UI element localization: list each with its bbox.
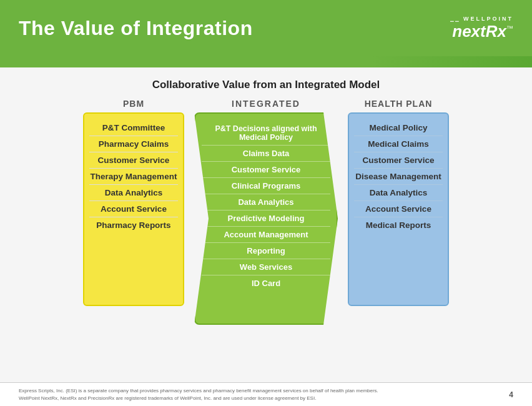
list-item: Pharmacy Claims <box>89 136 179 152</box>
pbm-label: PBM <box>123 99 144 109</box>
list-item: Reporting <box>202 243 330 259</box>
list-item: Customer Service <box>202 162 330 178</box>
health-plan-label: HEALTH PLAN <box>365 99 433 109</box>
logo-area: ⎯⎯ WELLPOINT nextRx™ <box>450 15 514 41</box>
list-item: Data Analytics <box>202 194 330 210</box>
list-item: Customer Service <box>354 152 442 169</box>
list-item: Predictive Modeling <box>202 210 330 227</box>
columns-wrapper: PBM P&T Committee Pharmacy Claims Custom… <box>19 99 513 376</box>
list-item: Disease Management <box>354 169 442 185</box>
slide-wrapper: The Value of Integration ⎯⎯ WELLPOINT ne… <box>0 0 532 406</box>
list-item: Pharmacy Reports <box>89 217 179 233</box>
header-accent <box>0 56 532 67</box>
nextrx-logo-text: nextRx™ <box>452 22 513 41</box>
list-item: Account Service <box>89 201 179 217</box>
list-item: P&T Committee <box>89 120 179 136</box>
integrated-section: INTEGRATED P&T Decisions aligned with Me… <box>194 99 338 325</box>
integrated-box: P&T Decisions aligned with Medical Polic… <box>194 112 338 325</box>
list-item: Claims Data <box>202 146 330 162</box>
pbm-section: PBM P&T Committee Pharmacy Claims Custom… <box>68 99 199 306</box>
list-item: Web Services <box>202 259 330 275</box>
list-item: Therapy Management <box>89 169 179 185</box>
diagram-title: Collaborative Value from an Integrated M… <box>19 79 513 91</box>
wellpoint-logo-text: ⎯⎯ WELLPOINT <box>450 15 514 22</box>
list-item: Clinical Programs <box>202 178 330 194</box>
slide-title: The Value of Integration <box>19 17 253 40</box>
integrated-label: INTEGRATED <box>232 99 300 109</box>
footer: Express Scripts, Inc. (ESI) is a separat… <box>0 382 532 406</box>
page-number: 4 <box>509 390 513 399</box>
header-bar: The Value of Integration ⎯⎯ WELLPOINT ne… <box>0 0 532 56</box>
list-item: Account Service <box>354 201 442 217</box>
list-item: Medical Reports <box>354 217 442 233</box>
list-item: Account Management <box>202 227 330 243</box>
list-item: ID Card <box>202 275 330 291</box>
health-plan-box: Medical Policy Medical Claims Customer S… <box>348 112 448 306</box>
list-item: Medical Claims <box>354 136 442 152</box>
list-item: Medical Policy <box>354 120 442 136</box>
main-content: Collaborative Value from an Integrated M… <box>0 67 532 382</box>
list-item: P&T Decisions aligned with Medical Polic… <box>202 121 330 146</box>
health-plan-section: HEALTH PLAN Medical Policy Medical Claim… <box>333 99 464 306</box>
list-item: Data Analytics <box>89 185 179 201</box>
pbm-box: P&T Committee Pharmacy Claims Customer S… <box>83 112 185 306</box>
list-item: Customer Service <box>89 152 179 169</box>
footer-disclaimer: Express Scripts, Inc. (ESI) is a separat… <box>19 387 378 401</box>
list-item: Data Analytics <box>354 185 442 201</box>
